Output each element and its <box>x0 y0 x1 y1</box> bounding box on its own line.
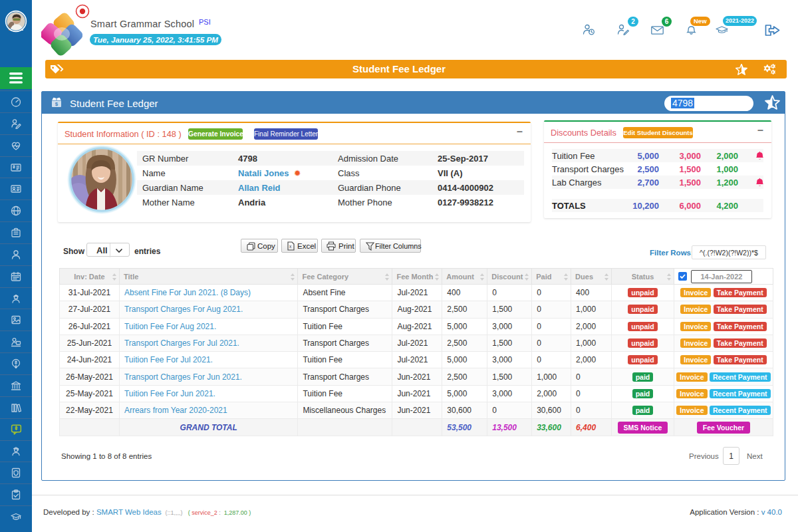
svg-text:$: $ <box>55 101 59 107</box>
svg-text:x: x <box>289 244 292 249</box>
